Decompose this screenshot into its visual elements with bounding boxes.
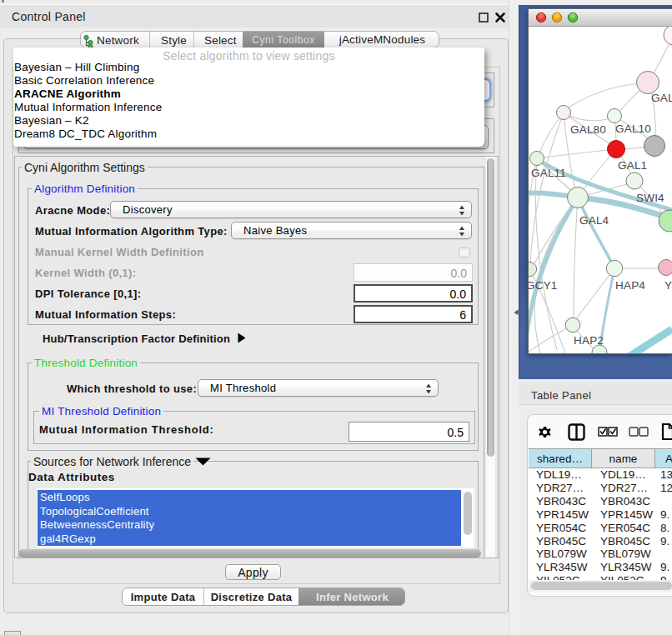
svg-text:GAL4: GAL4: [579, 214, 609, 227]
svg-text:SWI4: SWI4: [636, 192, 664, 204]
svg-text:HAP2: HAP2: [574, 334, 604, 347]
svg-text:GAL1: GAL1: [618, 159, 647, 172]
svg-text:GCY1: GCY1: [529, 279, 558, 292]
svg-text:GAL2: GAL2: [651, 92, 672, 104]
svg-text:GAL10: GAL10: [615, 122, 651, 135]
svg-text:Y: Y: [664, 279, 672, 292]
svg-text:GAL11: GAL11: [531, 167, 566, 179]
svg-text:HAP4: HAP4: [615, 279, 645, 292]
svg-text:GAL80: GAL80: [570, 123, 606, 136]
